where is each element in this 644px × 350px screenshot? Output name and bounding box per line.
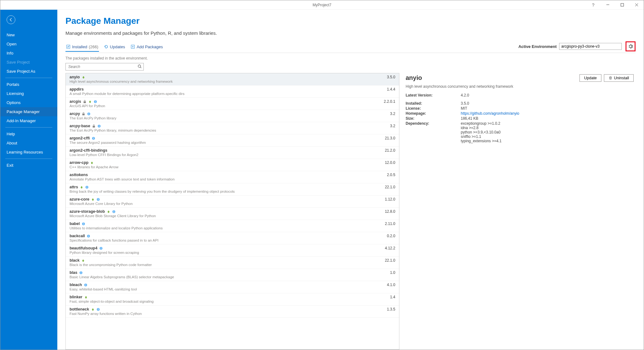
package-version: 1.0	[387, 270, 395, 275]
side-exit[interactable]: Exit	[0, 161, 57, 170]
package-row[interactable]: azure-storage-blobMicrosoft Azure Blob S…	[66, 208, 399, 220]
side-info[interactable]: Info	[0, 49, 57, 58]
backstage-sidebar: NewOpenInfoSave ProjectSave Project AsPo…	[0, 10, 57, 350]
package-description: The secure Argon2 password hashing algor…	[70, 141, 382, 144]
search-input[interactable]	[65, 63, 144, 71]
update-available-icon	[91, 198, 95, 201]
back-button[interactable]	[7, 15, 15, 24]
side-options[interactable]: Options	[0, 98, 57, 107]
side-about[interactable]: About	[0, 138, 57, 148]
side-learning[interactable]: Learning Resources	[0, 148, 57, 157]
svg-point-48	[85, 284, 86, 285]
package-version: 3.2	[387, 124, 395, 128]
package-row[interactable]: azure-coreMicrosoft Azure Core Library f…	[66, 196, 399, 208]
package-row[interactable]: argon2-cffi-bindingsLow-level Python CFF…	[66, 147, 399, 159]
minimize-button[interactable]	[600, 0, 615, 10]
detail-subtitle: High level asynchronous concurrency and …	[406, 84, 634, 89]
tab-installed-label: Installed	[72, 44, 87, 49]
add-icon	[131, 44, 135, 49]
package-version: 3.2	[387, 112, 395, 116]
side-help[interactable]: Help	[0, 129, 57, 138]
side-open[interactable]: Open	[0, 39, 57, 49]
side-package-manager[interactable]: Package Manager	[0, 107, 57, 116]
search-icon	[138, 64, 142, 69]
update-available-icon	[81, 259, 85, 262]
environment-settings-button[interactable]	[626, 41, 636, 51]
package-description: Basic Linear Algebra Subprograms (BLAS) …	[70, 275, 387, 279]
package-row[interactable]: arcpy-baseThe Esri ArcPy Python library,…	[66, 122, 399, 134]
tab-installed[interactable]: Installed (266)	[65, 43, 99, 52]
page-title: Package Manager	[65, 16, 636, 26]
package-list[interactable]: anyioHigh level asynchronous concurrency…	[65, 73, 399, 350]
package-row[interactable]: arcgisArcGIS API for Python2.2.0.1	[66, 98, 399, 110]
dependency-item: sniffio >=1.1	[461, 134, 501, 139]
package-description: Black is the uncompromising Python code …	[70, 263, 382, 267]
homepage-link[interactable]: https://github.com/agronholm/anyio	[461, 111, 519, 116]
svg-point-51	[98, 308, 98, 309]
tab-add-packages[interactable]: Add Packages	[130, 43, 164, 52]
dependency-item: typing_extensions >=4.1	[461, 139, 501, 143]
package-version: 1.4.4	[384, 87, 395, 91]
size-label: Size:	[406, 116, 461, 121]
side-addin-manager[interactable]: Add-In Manager	[0, 116, 57, 125]
tab-updates[interactable]: Updates	[103, 43, 126, 52]
info-icon	[79, 271, 83, 274]
package-description: A small Python module for determining ap…	[70, 92, 384, 96]
package-name: black	[70, 258, 80, 263]
uninstall-button[interactable]: Uninstall	[604, 74, 634, 82]
svg-rect-26	[87, 187, 87, 188]
latest-value: 4.2.0	[461, 93, 469, 97]
package-version: 12.0.0	[382, 160, 395, 165]
package-row[interactable]: blinkerFast, simple object-to-object and…	[66, 293, 399, 306]
svg-point-42	[101, 247, 101, 248]
package-description: Fast NumPy array functions written in Cy…	[70, 312, 384, 316]
package-row[interactable]: attrsBring back the joy of writing class…	[66, 183, 399, 196]
update-available-icon	[80, 185, 83, 189]
package-row[interactable]: anyioHigh level asynchronous concurrency…	[66, 73, 399, 86]
dependency-list: exceptiongroup >=1.0.2idna >=2.8python >…	[461, 121, 501, 143]
package-version: 21.3.0	[382, 136, 395, 140]
package-version: 1.4	[387, 295, 395, 299]
svg-rect-50	[98, 309, 98, 310]
svg-rect-1	[621, 3, 624, 6]
package-version: 2.0.5	[384, 173, 395, 177]
package-row[interactable]: blackBlack is the uncompromising Python …	[66, 257, 399, 269]
package-name: attrs	[70, 185, 78, 189]
side-new[interactable]: New	[0, 30, 57, 39]
side-licensing[interactable]: Licensing	[0, 89, 57, 98]
list-hint: The packages installed in the active env…	[65, 56, 636, 60]
package-row[interactable]: babelUtilities to internationalize and l…	[66, 220, 399, 232]
package-row[interactable]: bottleneckFast NumPy array functions wri…	[66, 306, 399, 318]
package-row[interactable]: beautifulsoup4Python library designed fo…	[66, 244, 399, 257]
package-description: Microsoft Azure Core Library for Python	[70, 202, 382, 206]
tab-add-label: Add Packages	[137, 44, 163, 49]
svg-rect-18	[93, 126, 95, 128]
side-save: Save Project	[0, 58, 57, 67]
installed-icon	[66, 44, 70, 49]
package-row[interactable]: argon2-cffiThe secure Argon2 password ha…	[66, 134, 399, 147]
info-icon	[97, 124, 101, 128]
side-save-as[interactable]: Save Project As	[0, 67, 57, 76]
package-version: 21.2.0	[382, 148, 395, 153]
svg-point-33	[113, 211, 114, 211]
package-row[interactable]: asttokensAnnotate Python AST trees with …	[66, 171, 399, 183]
update-button[interactable]: Update	[579, 74, 601, 82]
info-icon	[87, 234, 90, 238]
package-row[interactable]: arrow-cppC++ libraries for Apache Arrow1…	[66, 159, 399, 171]
svg-rect-23	[93, 138, 93, 139]
active-env-input[interactable]	[559, 43, 622, 50]
svg-point-39	[88, 235, 89, 236]
help-button[interactable]: ?	[586, 0, 600, 10]
package-row[interactable]: backcallSpecifications for callback func…	[66, 232, 399, 244]
package-row[interactable]: appdirsA small Python module for determi…	[66, 86, 399, 98]
svg-rect-41	[101, 248, 101, 249]
sidebar-divider	[5, 127, 52, 128]
package-row[interactable]: blasBasic Linear Algebra Subprograms (BL…	[66, 269, 399, 281]
close-button[interactable]	[629, 0, 644, 10]
package-row[interactable]: bleachEasy, whitelist-based HTML-sanitiz…	[66, 281, 399, 293]
package-row[interactable]: arcpyThe Esri ArcPy Python library3.2	[66, 110, 399, 122]
maximize-button[interactable]	[615, 0, 629, 10]
package-name: arcpy	[70, 112, 80, 116]
package-name: arcpy-base	[70, 124, 90, 128]
side-portals[interactable]: Portals	[0, 80, 57, 89]
